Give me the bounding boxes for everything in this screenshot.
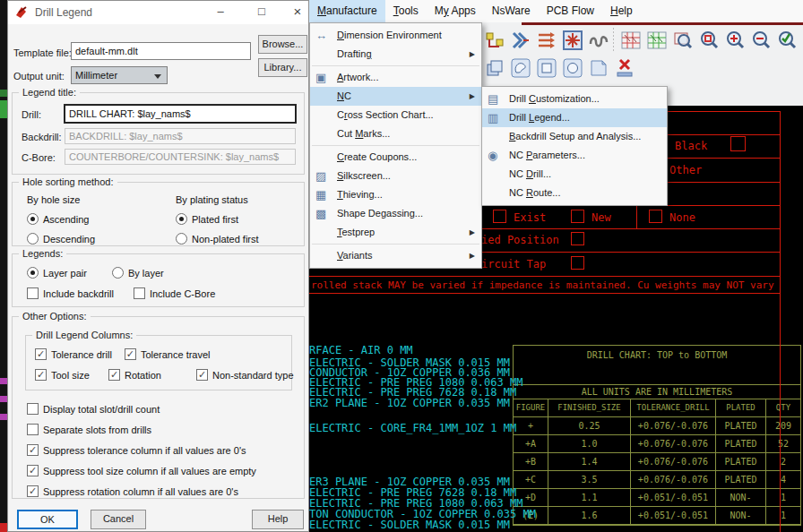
submenu-arrow-icon: ▶ bbox=[470, 246, 475, 265]
checkbox-icon: ✓ bbox=[35, 348, 47, 360]
fab-form-line bbox=[481, 228, 780, 229]
menu-item-label: Thieving... bbox=[337, 189, 383, 200]
fab-form-line bbox=[481, 252, 780, 253]
checkbox-label: Include C-Bore bbox=[150, 288, 215, 299]
menu-item-backdrill-setup-and-analysis[interactable]: Backdrill Setup and Analysis... bbox=[482, 127, 667, 146]
menu-item-testprep[interactable]: Testprep▶ bbox=[310, 223, 481, 242]
checkbox-suppress-rotation-column-if-all-values-are-0-s[interactable]: ✓Suppress rotation column if all values … bbox=[27, 485, 256, 497]
checkbox-icon: ✓ bbox=[27, 444, 39, 456]
ok-button[interactable]: OK bbox=[17, 510, 78, 529]
radio-descending[interactable]: Descending bbox=[27, 233, 95, 245]
dialog-titlebar[interactable]: Drill Legend – □ × bbox=[8, 1, 308, 24]
menu-item-nc[interactable]: NC▶ bbox=[310, 87, 481, 106]
template-file-input[interactable] bbox=[71, 42, 251, 60]
menu-item-nc-drill[interactable]: NC Drill... bbox=[482, 165, 667, 184]
checkbox-label: Separate slots from drills bbox=[43, 425, 151, 435]
menu-item-drill-customization[interactable]: ▤Drill Customization... bbox=[482, 90, 667, 108]
zoom-fit-icon[interactable] bbox=[776, 30, 798, 51]
route-bundle-icon[interactable] bbox=[536, 30, 557, 51]
polygon-shape-icon[interactable] bbox=[510, 57, 531, 79]
menu-item-variants[interactable]: Variants▶ bbox=[310, 246, 481, 265]
meander-icon[interactable] bbox=[588, 30, 609, 51]
grid-red-icon[interactable] bbox=[620, 30, 642, 51]
checkbox-non-standard-type[interactable]: ✓Non-standard type bbox=[196, 369, 294, 381]
zoom-area-icon[interactable] bbox=[672, 30, 694, 51]
menu-item-silkscreen[interactable]: ▨Silkscreen... bbox=[310, 167, 481, 185]
checkbox-tolerance-drill[interactable]: ✓Tolerance drill bbox=[35, 348, 112, 360]
menu-item-label: Silkscreen... bbox=[337, 170, 391, 181]
menu-item-dimension-environment[interactable]: ↔Dimension Environment bbox=[310, 26, 481, 45]
help-button[interactable]: Help bbox=[252, 510, 304, 529]
checkbox-suppress-tool-size-column-if-all-values-are-empty[interactable]: ✓Suppress tool size column if all values… bbox=[27, 465, 256, 476]
menubar-item-tools[interactable]: Tools bbox=[385, 0, 427, 22]
browse-button[interactable]: Browse... bbox=[258, 35, 307, 54]
radio-label: Non-plated first bbox=[192, 234, 259, 245]
radio-ascending[interactable]: Ascending bbox=[27, 213, 95, 225]
menubar-item-manufacture[interactable]: Manufacture bbox=[309, 0, 385, 22]
net-pin-icon[interactable] bbox=[484, 30, 505, 51]
cancel-button[interactable]: Cancel bbox=[91, 510, 146, 529]
menubar-item-nsware[interactable]: NsWare bbox=[484, 0, 539, 22]
radio-by-layer[interactable]: By layer bbox=[112, 267, 164, 279]
checkbox-include-c-bore[interactable]: Include C-Bore bbox=[134, 287, 215, 299]
zoom-selection-icon[interactable] bbox=[698, 30, 720, 51]
checkbox-suppress-tolerance-column-if-all-values-are-0-s[interactable]: ✓Suppress tolerance column if all values… bbox=[27, 444, 256, 456]
other-options-group-label: Other Options: bbox=[19, 311, 91, 322]
menu-item-nc-parameters[interactable]: ◉NC Parameters... bbox=[482, 146, 667, 165]
drill-customization-icon: ▤ bbox=[488, 90, 504, 108]
menu-item-cross-section-chart[interactable]: Cross Section Chart... bbox=[310, 106, 481, 124]
menu-item-drill-legend[interactable]: ▥Drill Legend... bbox=[482, 108, 667, 127]
output-unit-select[interactable]: Millimeter bbox=[71, 66, 168, 84]
checkbox-label: Tolerance travel bbox=[141, 349, 211, 360]
library-button[interactable]: Library... bbox=[258, 58, 307, 77]
menu-item-drafting[interactable]: Drafting▶ bbox=[310, 45, 481, 64]
radio-label: Layer pair bbox=[43, 268, 87, 279]
maximize-button[interactable]: □ bbox=[248, 1, 275, 24]
circle-shape-icon[interactable] bbox=[562, 57, 583, 79]
menu-item-create-coupons[interactable]: Create Coupons... bbox=[310, 148, 481, 167]
menu-item-cut-marks[interactable]: Cut Marks... bbox=[310, 124, 481, 143]
backdrill-field-label: Backdrill: bbox=[22, 132, 62, 142]
radio-icon bbox=[27, 267, 39, 279]
menu-item-shape-degassing[interactable]: ▩Shape Degassing... bbox=[310, 204, 481, 223]
minimize-button[interactable]: – bbox=[207, 1, 234, 24]
toolbar-separator bbox=[613, 28, 614, 53]
drill-title-input[interactable] bbox=[65, 105, 296, 123]
editor-frame-edge bbox=[522, 22, 803, 25]
radio-layer-pair[interactable]: Layer pair bbox=[27, 267, 87, 279]
rect-shape-icon[interactable] bbox=[536, 57, 557, 79]
menubar-item-pcb-flow[interactable]: PCB Flow bbox=[539, 0, 602, 22]
menu-item-thieving[interactable]: ▦Thieving... bbox=[310, 185, 481, 204]
stackup-line: ER2 PLANE - 1OZ COPPER 0.035 MM bbox=[309, 398, 510, 408]
radio-label: By layer bbox=[128, 268, 164, 279]
menu-item-artwork[interactable]: ▣Artwork... bbox=[310, 68, 481, 87]
radio-non-plated-first[interactable]: Non-plated first bbox=[176, 233, 259, 245]
menubar-item-help[interactable]: Help bbox=[602, 0, 641, 22]
checkbox-rotation[interactable]: ✓Rotation bbox=[108, 369, 196, 381]
grid-green-icon[interactable] bbox=[646, 30, 668, 51]
menu-item-label: Artwork... bbox=[337, 72, 378, 82]
drill-legend-columns-label: Drill Legend Columns: bbox=[32, 330, 136, 340]
application-window: { "dialog": { "title": "Drill Legend", "… bbox=[0, 0, 803, 532]
checkbox-include-backdrill[interactable]: Include backdrill bbox=[27, 287, 114, 299]
zoom-out-icon[interactable] bbox=[750, 30, 772, 51]
checkbox-tolerance-travel[interactable]: ✓Tolerance travel bbox=[125, 348, 211, 360]
close-button[interactable]: × bbox=[286, 1, 309, 24]
checkbox-display-total-slot-drill-count[interactable]: Display total slot/drill count bbox=[27, 403, 256, 415]
checkbox-tool-size[interactable]: ✓Tool size bbox=[35, 369, 108, 381]
radio-plated-first[interactable]: Plated first bbox=[176, 213, 259, 225]
menu-item-nc-route[interactable]: NC Route... bbox=[482, 184, 667, 202]
zoom-in-icon[interactable] bbox=[724, 30, 746, 51]
fanout-icon[interactable] bbox=[510, 30, 531, 51]
submenu-arrow-icon: ▶ bbox=[470, 223, 475, 242]
radio-icon bbox=[27, 233, 39, 245]
checkbox-separate-slots-from-drills[interactable]: Separate slots from drills bbox=[27, 424, 256, 435]
autoroute-icon[interactable] bbox=[562, 30, 583, 51]
checkbox-icon: ✓ bbox=[27, 465, 39, 476]
silkscreen-icon: ▨ bbox=[315, 167, 332, 185]
shape-degassing-icon: ▩ bbox=[315, 204, 332, 223]
copy-shape-icon[interactable] bbox=[484, 57, 505, 79]
chamfer-shape-icon[interactable] bbox=[588, 57, 609, 79]
delete-shape-icon[interactable] bbox=[614, 57, 635, 79]
menubar-item-my-apps[interactable]: My Apps bbox=[427, 0, 484, 22]
